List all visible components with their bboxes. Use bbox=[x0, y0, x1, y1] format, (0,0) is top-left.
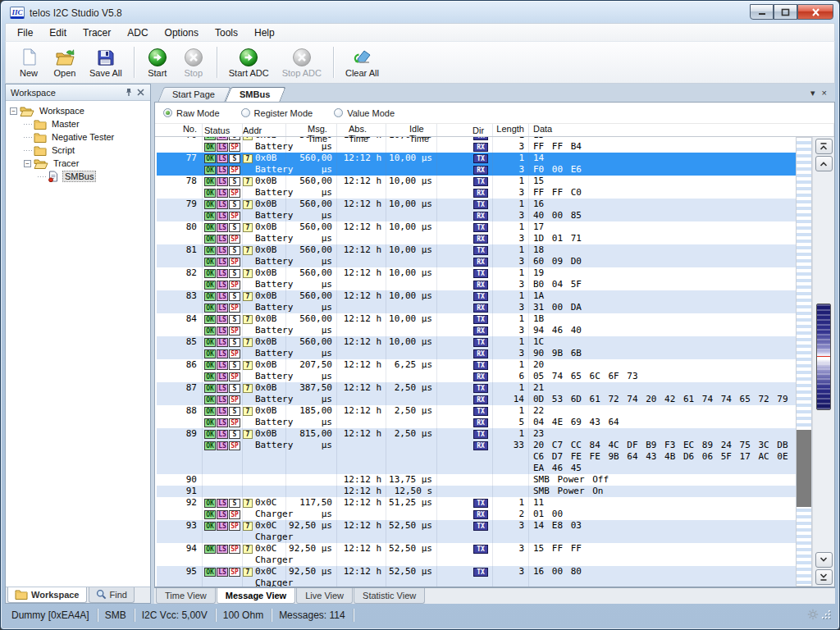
clear-all-button[interactable]: Clear All bbox=[339, 46, 386, 80]
cell-msg-time bbox=[286, 451, 337, 463]
trace-position-indicator[interactable] bbox=[816, 304, 831, 410]
radio-button[interactable] bbox=[163, 108, 172, 117]
start-adc-button[interactable]: Start ADC bbox=[222, 46, 276, 80]
tree-item-smbus[interactable]: SMBus bbox=[6, 170, 150, 183]
message-line: OKLSSPBatteryRX140D 53 6D 61 72 74 20 42… bbox=[157, 394, 796, 405]
menu-item-options[interactable]: Options bbox=[157, 25, 207, 41]
tree-expander-icon[interactable]: − bbox=[10, 107, 17, 115]
table-row[interactable]: 86OKLSS70x0B207,50 µs12:12 h6,25 µsTX120… bbox=[157, 359, 796, 382]
table-row[interactable]: 92OKLSS70x0C117,50 µs12:12 h51,25 µsTX11… bbox=[157, 497, 796, 520]
column-header-dir[interactable]: Dir bbox=[437, 124, 493, 136]
column-header-addr[interactable]: Addr bbox=[243, 124, 286, 136]
table-row[interactable]: 87OKLSS70x0B387,50 µs12:12 h2,50 µsTX121… bbox=[157, 382, 796, 405]
pin-icon[interactable] bbox=[122, 87, 135, 98]
table-row[interactable]: 89OKLSS70x0B815,00 µs12:12 h2,50 µsTX123… bbox=[157, 428, 796, 474]
cell-dir: RX bbox=[437, 164, 493, 176]
status-badge-s: S bbox=[229, 407, 240, 416]
tree-item-master[interactable]: Master bbox=[6, 117, 150, 130]
column-header-msg-time[interactable]: Msg. Time bbox=[286, 124, 337, 136]
view-tab-message-view[interactable]: Message View bbox=[217, 588, 295, 604]
doc-tab-start-page[interactable]: Start Page bbox=[161, 87, 228, 102]
panel-tab-find[interactable]: Find bbox=[89, 587, 135, 603]
new-button[interactable]: New bbox=[11, 46, 47, 80]
doc-tab-smbus[interactable]: SMBus bbox=[228, 87, 283, 102]
table-row[interactable]: 77OKLSS70x0B560,00 µs12:12 h10,00 µsTX11… bbox=[157, 153, 796, 176]
panel-tab-workspace[interactable]: Workspace bbox=[7, 587, 87, 603]
cell-length bbox=[493, 463, 529, 474]
cell-no: 78 bbox=[157, 176, 203, 187]
view-tab-time-view[interactable]: Time View bbox=[156, 588, 216, 604]
tree-expander-icon[interactable]: − bbox=[24, 160, 31, 167]
tree-item-workspace[interactable]: −Workspace bbox=[6, 104, 150, 117]
tree-item-negative-tester[interactable]: Negative Tester bbox=[6, 130, 150, 144]
table-row[interactable]: 9112:12 h12,50 sSMB Power On bbox=[157, 486, 796, 497]
mode-option-raw-mode[interactable]: Raw Mode bbox=[163, 108, 220, 118]
save-all-button[interactable]: Save All bbox=[83, 46, 129, 80]
cell-length bbox=[493, 578, 529, 587]
menu-item-file[interactable]: File bbox=[9, 25, 41, 41]
table-row[interactable]: 85OKLSS70x0B560,00 µs12:12 h10,00 µsTX11… bbox=[157, 336, 796, 359]
cell-msg-time: 560,00 µs bbox=[286, 244, 337, 256]
start-button[interactable]: Start bbox=[139, 46, 176, 80]
scroll-to-top-button[interactable] bbox=[815, 139, 833, 154]
column-header-length[interactable]: Length bbox=[493, 124, 529, 136]
radio-button[interactable] bbox=[241, 108, 250, 117]
tab-list-dropdown-icon[interactable]: ▾ bbox=[810, 88, 815, 98]
table-row[interactable]: 88OKLSS70x0B185,00 µs12:12 h2,50 µsTX122… bbox=[157, 405, 796, 428]
table-row[interactable]: 80OKLSS70x0B560,00 µs12:12 h10,00 µsTX11… bbox=[157, 221, 796, 244]
table-row[interactable]: 82OKLSS70x0B560,00 µs12:12 h10,00 µsTX11… bbox=[157, 267, 796, 290]
resize-grip[interactable] bbox=[822, 610, 832, 620]
cell-data: 19 bbox=[529, 267, 796, 279]
status-badge-ok: OK bbox=[204, 292, 216, 301]
minimap-thumb[interactable] bbox=[797, 430, 811, 507]
column-header-no-[interactable]: No. bbox=[157, 124, 203, 136]
status-badge-ls: LS bbox=[217, 223, 228, 232]
mode-option-value-mode[interactable]: Value Mode bbox=[334, 108, 395, 118]
panel-close-icon[interactable] bbox=[135, 87, 147, 98]
column-header-status[interactable]: Status bbox=[203, 124, 243, 136]
table-row[interactable]: 94OKLSSP70x0C92,50 µs12:12 h52,50 µsTX31… bbox=[157, 543, 796, 566]
menu-item-adc[interactable]: ADC bbox=[119, 25, 156, 41]
table-row[interactable]: 76OKLSS70x0B560,00 µs12:12 h10,00 µsTX11… bbox=[157, 137, 796, 153]
open-button[interactable]: Open bbox=[47, 46, 83, 80]
scroll-to-bottom-button[interactable] bbox=[815, 569, 833, 585]
column-header-data[interactable]: Data bbox=[529, 124, 834, 136]
toolbar-button-label: Stop ADC bbox=[282, 68, 322, 78]
table-row[interactable]: 83OKLSS70x0B560,00 µs12:12 h10,00 µsTX11… bbox=[157, 290, 796, 313]
cell-dir: TX bbox=[437, 428, 493, 440]
maximize-button[interactable] bbox=[774, 4, 797, 20]
table-row[interactable]: 93OKLSSP70x0C92,50 µs12:12 h52,50 µsTX31… bbox=[157, 520, 796, 543]
scroll-down-button[interactable] bbox=[815, 552, 833, 568]
radio-button[interactable] bbox=[334, 108, 343, 117]
table-row[interactable]: 9012:12 h13,75 µsSMB Power Off bbox=[157, 474, 796, 486]
addr-mode-badge: 7 bbox=[243, 361, 253, 370]
status-item-3: I2C Vcc: 5,00V bbox=[135, 609, 215, 621]
column-header-abs-time[interactable]: Abs. Time bbox=[337, 124, 386, 136]
view-tab-live-view[interactable]: Live View bbox=[296, 588, 353, 604]
scroll-up-button[interactable] bbox=[815, 156, 833, 171]
menu-item-help[interactable]: Help bbox=[246, 25, 283, 41]
stop-button[interactable]: Stop bbox=[176, 46, 212, 80]
stop-icon bbox=[292, 48, 312, 67]
table-row[interactable]: 95OKLSSP70x0C92,50 µs12:12 h52,50 µsTX31… bbox=[157, 566, 796, 587]
table-row[interactable]: 84OKLSS70x0B560,00 µs12:12 h10,00 µsTX11… bbox=[157, 313, 796, 336]
table-row[interactable]: 78OKLSS70x0B560,00 µs12:12 h10,00 µsTX11… bbox=[157, 176, 796, 199]
menu-item-tools[interactable]: Tools bbox=[207, 25, 246, 41]
minimap-scrollbar[interactable] bbox=[796, 137, 812, 587]
tree-item-tracer[interactable]: −Tracer bbox=[6, 157, 150, 170]
menu-item-edit[interactable]: Edit bbox=[41, 25, 75, 41]
tab-close-icon[interactable]: × bbox=[822, 88, 827, 98]
cell-no bbox=[157, 532, 203, 543]
close-button[interactable] bbox=[797, 4, 833, 20]
mode-option-register-mode[interactable]: Register Mode bbox=[241, 108, 313, 118]
stop-adc-button[interactable]: Stop ADC bbox=[276, 46, 328, 80]
tree-item-script[interactable]: Script bbox=[6, 144, 150, 157]
view-tab-statistic-view[interactable]: Statistic View bbox=[354, 588, 425, 604]
menu-item-tracer[interactable]: Tracer bbox=[75, 25, 119, 41]
minimize-button[interactable] bbox=[750, 4, 774, 20]
column-header-idle-time[interactable]: Idle Time bbox=[386, 124, 437, 136]
table-row[interactable]: 81OKLSS70x0B560,00 µs12:12 h10,00 µsTX11… bbox=[157, 244, 796, 267]
message-line: OKLSSPBatteryRX3F0 00 E6 bbox=[157, 164, 796, 176]
cell-dir: RX bbox=[437, 394, 493, 405]
table-row[interactable]: 79OKLSS70x0B560,00 µs12:12 h10,00 µsTX11… bbox=[157, 199, 796, 221]
